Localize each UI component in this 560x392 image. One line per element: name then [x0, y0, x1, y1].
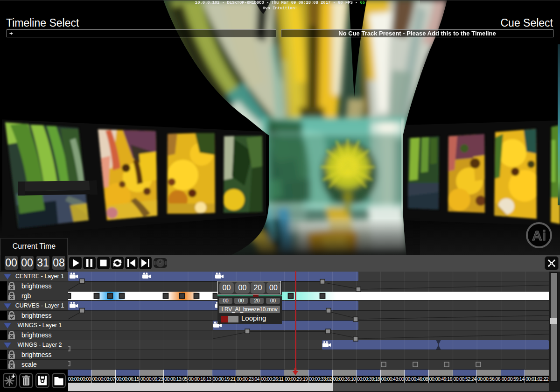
svg-text:Ai: Ai — [532, 228, 546, 243]
